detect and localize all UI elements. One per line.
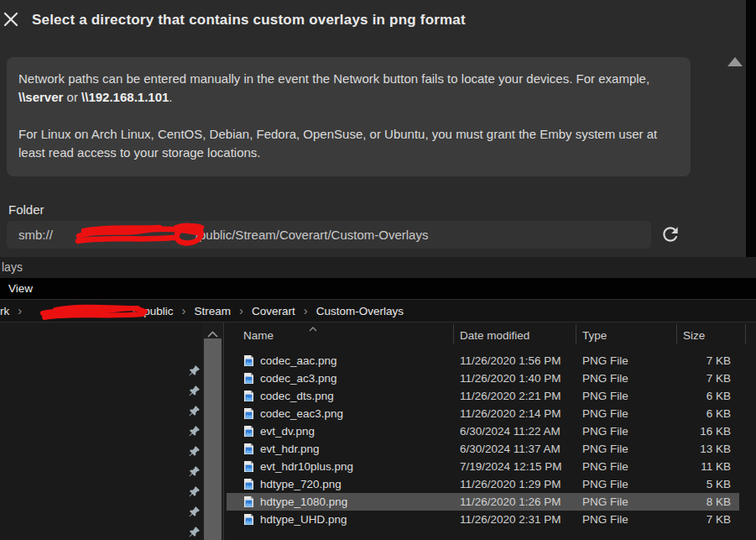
png-file-icon (243, 478, 254, 490)
dialog-right-gutter (746, 0, 756, 258)
file-name: hdtype_1080.png (260, 493, 347, 511)
file-list-header: Name Date modified Type Size (225, 322, 756, 346)
info-paragraph-2: For Linux on Arch Linux, CentOS, Debian,… (18, 125, 679, 162)
window-title-partial: lays (0, 260, 23, 274)
file-name: evt_dv.png (260, 422, 315, 440)
chevron-right-icon: › (13, 303, 27, 319)
file-type: PNG File (582, 405, 628, 422)
column-divider[interactable] (576, 324, 576, 344)
file-name: codec_aac.png (260, 352, 337, 370)
scrollbar-thumb[interactable] (204, 338, 222, 540)
column-header-size[interactable]: Size (683, 329, 705, 342)
column-header-date-modified[interactable]: Date modified (460, 329, 529, 342)
file-size: 7 KB (676, 370, 731, 387)
png-file-icon (243, 495, 254, 508)
column-header-type[interactable]: Type (582, 329, 607, 342)
file-row[interactable]: hdtype_1080.png 11/26/2020 1:26 PM PNG F… (227, 493, 739, 511)
file-row[interactable]: hdtype_720.png 11/26/2020 1:29 PM PNG Fi… (227, 475, 739, 493)
file-list: codec_aac.png 11/26/2020 1:56 PM PNG Fil… (227, 352, 739, 528)
breadcrumb-item-partial[interactable]: rk (0, 305, 13, 317)
file-date-modified: 11/26/2020 1:26 PM (460, 493, 561, 511)
folder-path-input[interactable]: smb:///public/Stream/Coverart/Custom-Ove… (7, 221, 651, 249)
file-row[interactable]: evt_hdr10plus.png 7/19/2024 12:15 PM PNG… (227, 458, 739, 475)
chevron-right-icon: › (177, 303, 191, 319)
file-type: PNG File (582, 493, 628, 511)
file-size: 13 KB (676, 440, 731, 458)
file-type: PNG File (582, 387, 628, 405)
breadcrumb-item-custom-overlays[interactable]: Custom-Overlays (313, 305, 407, 317)
pin-icon[interactable] (188, 385, 201, 397)
file-date-modified: 7/19/2024 12:15 PM (460, 458, 562, 475)
network-paths-info-box: Network paths can be entered manually in… (7, 57, 691, 176)
file-row[interactable]: evt_dv.png 6/30/2024 11:22 AM PNG File 1… (227, 422, 739, 440)
file-date-modified: 11/26/2020 1:56 PM (460, 352, 561, 370)
menu-view[interactable]: View (0, 278, 41, 299)
refresh-icon[interactable] (660, 223, 683, 247)
dialog-header: Select a directory that contains custom … (0, 0, 746, 40)
file-size: 7 KB (676, 511, 731, 528)
file-row[interactable]: codec_dts.png 11/26/2020 2:21 PM PNG Fil… (227, 387, 739, 405)
explorer-main-area: Name Date modified Type Size codec_aac.p… (0, 322, 756, 540)
scroll-up-arrow[interactable] (727, 57, 743, 66)
explorer-titlebar: lays (0, 257, 756, 278)
chevron-right-icon: › (299, 303, 313, 319)
breadcrumb: rk › › public › Stream › Coverart › Cust… (0, 299, 756, 322)
pin-icon[interactable] (188, 425, 201, 438)
file-name: codec_eac3.png (260, 405, 343, 422)
file-explorer-window: lays View rk › › public › Stream › Cover… (0, 257, 756, 540)
column-divider[interactable] (745, 324, 746, 344)
file-row[interactable]: codec_ac3.png 11/26/2020 1:40 PM PNG Fil… (227, 370, 739, 387)
file-name: hdtype_UHD.png (260, 511, 347, 528)
file-size: 6 KB (676, 387, 731, 405)
file-row[interactable]: evt_hdr.png 6/30/2024 11:37 AM PNG File … (227, 440, 739, 458)
pin-icon[interactable] (188, 445, 201, 458)
file-size: 16 KB (676, 422, 731, 440)
file-date-modified: 11/26/2020 1:40 PM (460, 370, 561, 387)
vertical-scrollbar[interactable] (202, 322, 223, 540)
file-date-modified: 11/26/2020 2:31 PM (460, 511, 561, 528)
file-name: evt_hdr10plus.png (260, 458, 353, 475)
file-date-modified: 11/26/2020 1:29 PM (460, 475, 561, 493)
png-file-icon (243, 390, 254, 402)
file-size: 11 KB (676, 458, 731, 475)
pin-icon[interactable] (188, 405, 201, 417)
column-divider[interactable] (453, 324, 454, 344)
png-file-icon (243, 443, 254, 455)
pane-divider (223, 322, 224, 540)
navigation-pane (0, 322, 202, 540)
pin-icon[interactable] (188, 364, 201, 377)
close-icon[interactable] (2, 10, 20, 29)
breadcrumb-item-redacted[interactable] (27, 303, 126, 318)
file-row[interactable]: codec_aac.png 11/26/2020 1:56 PM PNG Fil… (227, 352, 739, 370)
breadcrumb-item-coverart[interactable]: Coverart (248, 305, 299, 317)
file-name: codec_dts.png (260, 387, 334, 405)
column-divider[interactable] (676, 324, 677, 344)
png-file-icon (243, 513, 254, 526)
breadcrumb-item-public[interactable]: public (140, 305, 176, 317)
file-type: PNG File (582, 475, 628, 493)
file-type: PNG File (582, 511, 628, 528)
file-size: 7 KB (676, 352, 731, 370)
file-date-modified: 11/26/2020 2:21 PM (460, 387, 561, 405)
png-file-icon (243, 354, 254, 367)
file-date-modified: 6/30/2024 11:37 AM (460, 440, 560, 458)
pin-icon[interactable] (188, 465, 201, 478)
file-size: 5 KB (676, 475, 731, 493)
file-row[interactable]: codec_eac3.png 11/26/2020 2:14 PM PNG Fi… (227, 405, 739, 422)
pin-icon[interactable] (188, 526, 201, 538)
breadcrumb-item-stream[interactable]: Stream (191, 305, 235, 317)
png-file-icon (243, 372, 254, 385)
png-file-icon (243, 407, 254, 420)
info-paragraph-1: Network paths can be entered manually in… (18, 70, 679, 107)
explorer-menubar: View (0, 278, 756, 299)
sort-ascending-icon (308, 321, 318, 336)
pin-icon[interactable] (188, 506, 201, 518)
pin-icon[interactable] (188, 485, 201, 498)
redacted-address (53, 239, 196, 239)
file-size: 6 KB (676, 405, 731, 422)
file-row[interactable]: hdtype_UHD.png 11/26/2020 2:31 PM PNG Fi… (227, 511, 739, 528)
file-date-modified: 6/30/2024 11:22 AM (460, 422, 560, 440)
png-file-icon (243, 460, 254, 473)
column-header-name[interactable]: Name (243, 329, 274, 342)
chevron-right-icon: › (234, 303, 248, 319)
